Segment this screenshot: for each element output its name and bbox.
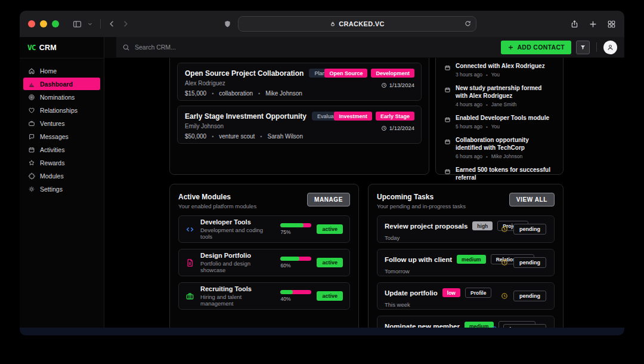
chrome-actions: [570, 20, 616, 29]
sidebar-item-activities[interactable]: Activities: [23, 143, 100, 156]
activity-item[interactable]: New study partnership formed with Alex R…: [444, 84, 555, 107]
sidebar-item-home[interactable]: Home: [23, 64, 100, 77]
calendar-icon: [444, 63, 451, 78]
sidebar-item-label: Relationships: [40, 107, 78, 114]
funnel-icon: [580, 44, 586, 51]
search-input[interactable]: [135, 44, 314, 51]
sidebar-item-rewards[interactable]: Rewards: [23, 156, 100, 169]
topbar-notch: [104, 37, 116, 58]
opportunity-meta: $50,000• venture scout• Sarah Wilson: [185, 133, 414, 140]
module-progress-label: 40%: [280, 296, 311, 302]
crm-app: VC CRM Home Dashboard Nominations: [20, 37, 624, 335]
chrome-divider: [100, 19, 101, 29]
activity-author: You: [491, 124, 500, 129]
right-pane: ADD CONTACT: [104, 37, 624, 335]
pending-clock-icon: [501, 226, 508, 233]
browser-window: CRACKED.VC VC CRM: [20, 11, 624, 335]
category-badge: Profile: [465, 288, 491, 298]
sidebar-item-label: Activities: [40, 146, 64, 153]
activity-time: 6 hours ago: [456, 153, 482, 159]
activity-author: Jane Smith: [491, 101, 517, 107]
shield-icon[interactable]: [223, 20, 232, 29]
opportunity-meta: $15,000• collaboration• Mike Johnson: [185, 90, 414, 97]
home-icon: [28, 67, 35, 75]
desktop-background: CRACKED.VC VC CRM: [0, 0, 644, 364]
puzzle-icon: [28, 172, 35, 180]
search-bar: [122, 44, 501, 51]
activity-author: You: [491, 72, 500, 78]
priority-badge: medium: [457, 255, 486, 264]
task-row[interactable]: Review project proposals high Projects T…: [377, 215, 555, 243]
activity-title: Enabled Developer Tools module: [456, 114, 549, 122]
sidebar-item-dashboard[interactable]: Dashboard: [23, 78, 100, 90]
opportunity-tag[interactable]: Early Stage: [376, 112, 414, 121]
task-row[interactable]: Update portfolio low Profile This week: [377, 282, 555, 310]
zoom-window-button[interactable]: [52, 20, 59, 27]
opportunity-card[interactable]: Open Source Project Collaboration Planni…: [177, 63, 422, 101]
opportunity-owner: Sarah Wilson: [268, 133, 303, 140]
opportunity-card[interactable]: Early Stage Investment Opportunity Evalu…: [177, 106, 422, 144]
module-status-badge: active: [317, 224, 343, 234]
calendar-icon: [444, 85, 451, 107]
person-icon: [606, 44, 614, 51]
opportunity-tag[interactable]: Open Source: [324, 69, 367, 78]
sidebar-item-messages[interactable]: Messages: [23, 130, 100, 143]
module-progress-label: 60%: [280, 263, 311, 269]
sidebar-item-modules[interactable]: Modules: [23, 169, 100, 182]
sidebar-item-nominations[interactable]: Nominations: [23, 91, 100, 103]
module-desc: Portfolio and design showcase: [200, 260, 274, 273]
module-row[interactable]: Design Portfolio Portfolio and design sh…: [178, 249, 350, 276]
module-row[interactable]: Developer Tools Development and coding t…: [178, 215, 350, 243]
heart-icon: [28, 107, 35, 114]
manage-modules-button[interactable]: MANAGE: [307, 193, 350, 206]
sidebar-item-relationships[interactable]: Relationships: [23, 104, 100, 116]
activity-item[interactable]: Connected with Alex Rodriguez 3 hours ag…: [444, 62, 555, 78]
browser-sidebar-toggle-icon[interactable]: [72, 19, 82, 29]
sidebar-item-settings[interactable]: Settings: [23, 183, 100, 195]
activity-item[interactable]: Collaboration opportunity identified wit…: [444, 136, 555, 159]
sidebar-item-label: Modules: [40, 172, 64, 180]
sidebar-item-ventures[interactable]: Ventures: [23, 117, 100, 129]
task-title: Follow up with client: [385, 256, 452, 263]
tab-overview-icon[interactable]: [607, 20, 616, 29]
opportunity-tag[interactable]: Development: [371, 69, 414, 78]
module-progress-bar: [280, 290, 311, 294]
url-area: CRACKED.VC: [134, 16, 565, 32]
minimize-window-button[interactable]: [40, 20, 47, 27]
filter-button[interactable]: [576, 41, 590, 54]
window-bottom-bar: [20, 328, 624, 335]
activity-item[interactable]: Enabled Developer Tools module 5 hours a…: [444, 114, 555, 129]
user-avatar[interactable]: [603, 41, 617, 54]
active-modules-panel: Active Modules Your enabled platform mod…: [169, 184, 359, 335]
activity-author: Mike Johnson: [491, 153, 522, 159]
activity-meta: 5 hours ago• You: [456, 124, 549, 129]
clock-icon: [381, 82, 387, 88]
view-all-tasks-button[interactable]: VIEW ALL: [509, 193, 555, 206]
task-row[interactable]: Follow up with client medium Relationshi…: [377, 249, 555, 276]
module-row[interactable]: Recruiting Tools Hiring and talent manag…: [178, 282, 350, 310]
add-contact-button[interactable]: ADD CONTACT: [501, 41, 571, 54]
sidebar-item-label: Rewards: [40, 159, 64, 166]
logo-mark: VC: [27, 43, 36, 52]
module-name: Recruiting Tools: [200, 285, 274, 292]
share-icon[interactable]: [570, 20, 579, 29]
close-window-button[interactable]: [28, 20, 35, 27]
dashboard-main: Open Source Project Collaboration Planni…: [104, 58, 624, 335]
activity-title: Collaboration opportunity identified wit…: [456, 136, 555, 152]
back-button-icon[interactable]: [108, 20, 116, 28]
reload-icon[interactable]: [464, 19, 472, 30]
pending-clock-icon: [501, 292, 508, 300]
new-tab-icon[interactable]: [589, 20, 597, 29]
traffic-lights: [28, 20, 59, 27]
sidebar-item-label: Settings: [40, 186, 63, 193]
gear-icon: [28, 186, 35, 193]
opportunity-tag[interactable]: Investment: [334, 112, 372, 121]
module-desc: Development and coding tools: [200, 227, 274, 240]
activity-time: 5 hours ago: [456, 124, 482, 129]
task-title: Update portfolio: [385, 289, 438, 297]
add-contact-label: ADD CONTACT: [517, 44, 565, 51]
address-bar[interactable]: CRACKED.VC: [238, 16, 476, 32]
forward-button-icon[interactable]: [121, 20, 129, 28]
module-desc: Hiring and talent management: [200, 294, 274, 307]
chevron-down-icon[interactable]: [87, 21, 93, 27]
